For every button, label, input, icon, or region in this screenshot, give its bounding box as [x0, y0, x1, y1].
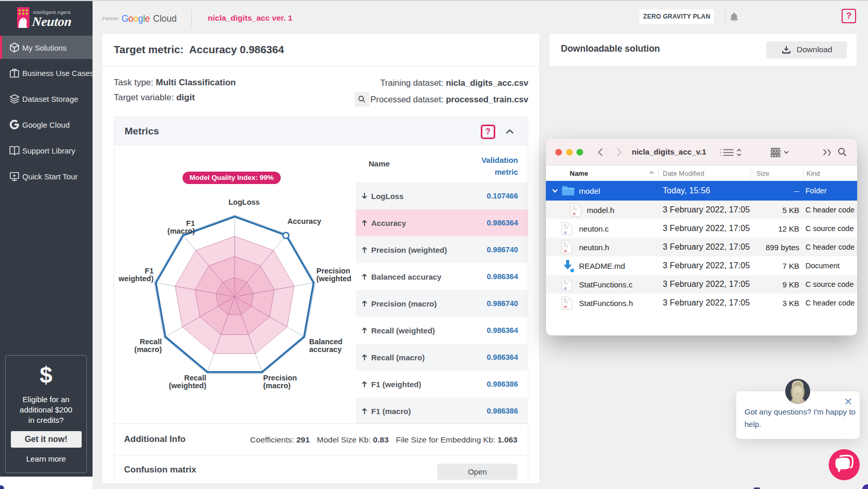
svg-text:.c: .c: [564, 286, 567, 290]
svg-text:.h: .h: [564, 305, 567, 309]
svg-text:.c: .c: [564, 231, 567, 234]
svg-text:.h: .h: [572, 212, 575, 216]
svg-text:.h: .h: [564, 249, 567, 253]
